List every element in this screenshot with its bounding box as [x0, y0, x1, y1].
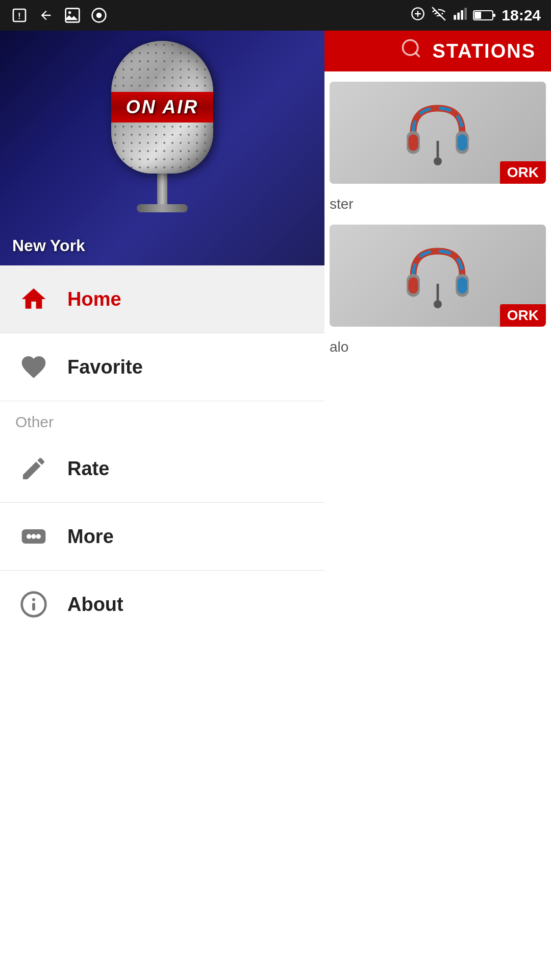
svg-point-19	[434, 157, 442, 165]
svg-rect-8	[458, 12, 460, 19]
station-subtitle-1: ster	[324, 192, 551, 216]
station-label-1: ORK	[500, 161, 546, 184]
svg-point-5	[96, 13, 102, 18]
svg-text:!: !	[18, 11, 21, 21]
section-header-other: Other	[0, 401, 324, 435]
svg-rect-2	[66, 9, 80, 22]
wifi-icon	[431, 7, 446, 24]
menu-item-rate[interactable]: Rate	[0, 435, 324, 503]
svg-rect-12	[493, 14, 495, 17]
alert-icon: !	[10, 6, 29, 24]
svg-point-30	[36, 534, 41, 538]
signal-icon	[453, 7, 467, 24]
drawer-hero: ON AIR New York	[0, 31, 324, 265]
svg-point-28	[27, 534, 31, 538]
menu-label-about: About	[67, 594, 123, 616]
headphone-icon-2	[397, 235, 479, 316]
status-bar-left: !	[10, 6, 108, 24]
search-icon[interactable]	[400, 37, 422, 65]
microphone-illustration: ON AIR	[96, 41, 229, 235]
svg-rect-17	[408, 134, 418, 151]
info-icon	[15, 586, 52, 623]
home-icon	[15, 281, 52, 317]
navigation-drawer: ON AIR New York Home Favor	[0, 31, 324, 980]
svg-rect-23	[408, 277, 418, 293]
mic-band-text: ON AIR	[126, 96, 199, 118]
station-card-1[interactable]: ORK	[330, 82, 546, 184]
right-panel: STATIONS ORK ster	[324, 31, 551, 980]
menu-item-home[interactable]: Home	[0, 265, 324, 333]
menu-container: Home Favorite Other Rate	[0, 265, 324, 980]
svg-rect-10	[465, 8, 467, 19]
svg-rect-13	[474, 12, 481, 19]
menu-label-rate: Rate	[67, 458, 109, 480]
svg-rect-24	[457, 277, 467, 293]
svg-rect-18	[457, 134, 467, 151]
status-bar: !	[0, 0, 551, 31]
hero-location: New York	[12, 236, 85, 255]
svg-point-29	[31, 534, 36, 538]
svg-point-14	[403, 40, 417, 55]
station-card-2[interactable]: ORK	[330, 225, 546, 327]
svg-point-25	[434, 300, 442, 308]
menu-item-favorite[interactable]: Favorite	[0, 333, 324, 401]
menu-label-favorite: Favorite	[67, 356, 143, 378]
menu-item-about[interactable]: About	[0, 571, 324, 638]
svg-point-3	[68, 11, 71, 14]
menu-label-more: More	[67, 526, 114, 548]
rate-icon	[15, 450, 52, 487]
message-icon	[90, 6, 108, 24]
menu-item-more[interactable]: More	[0, 503, 324, 571]
gallery-icon	[63, 6, 82, 24]
battery-icon	[473, 9, 495, 21]
svg-rect-9	[461, 10, 464, 20]
heart-icon	[15, 349, 52, 385]
svg-rect-7	[454, 15, 457, 19]
add-icon	[411, 7, 425, 24]
stations-title: STATIONS	[433, 40, 536, 62]
station-subtitle-2: alo	[324, 335, 551, 359]
right-panel-header: STATIONS	[324, 31, 551, 71]
back-icon[interactable]	[37, 6, 55, 24]
station-label-2: ORK	[500, 304, 546, 327]
more-icon	[15, 518, 52, 555]
menu-label-home: Home	[67, 288, 121, 310]
status-bar-right: 18:24	[411, 7, 541, 24]
headphone-icon-1	[397, 92, 479, 174]
time-display: 18:24	[502, 7, 541, 24]
